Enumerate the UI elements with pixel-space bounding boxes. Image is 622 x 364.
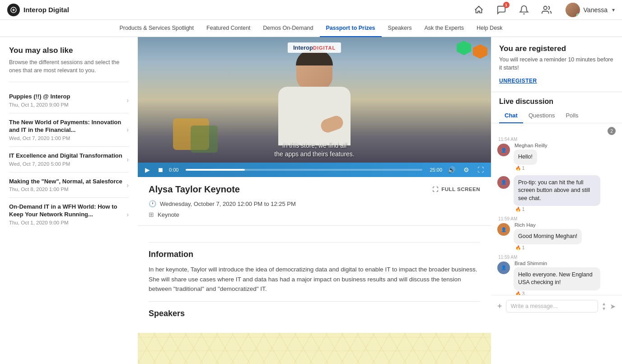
chat-button[interactable]: 1: [494, 3, 509, 17]
chat-bubble-3: Good Morning Meghan!: [514, 229, 582, 244]
main-layout: You may also like Browse the different s…: [0, 37, 622, 364]
session-name-5: On-Demand IT in a WFH World: How to Keep…: [9, 203, 123, 219]
tab-chat[interactable]: Chat: [499, 109, 523, 123]
right-panel: You are registered You will receive a re…: [491, 37, 622, 364]
chat-input[interactable]: [506, 300, 599, 313]
speakers-section-title: Speakers: [149, 309, 480, 318]
stepper-up-button[interactable]: ▲: [602, 302, 606, 306]
chat-author-1: Meghan Reilly: [514, 143, 616, 148]
notifications-button[interactable]: [517, 3, 531, 17]
chat-content-3: Rich Hay Good Morning Meghan! 🔥 1: [514, 222, 616, 250]
tab-questions[interactable]: Questions: [523, 109, 561, 123]
left-sidebar: You may also like Browse the different s…: [0, 37, 138, 364]
fullscreen-video-button[interactable]: ⛶: [476, 166, 486, 173]
add-attachment-button[interactable]: +: [497, 302, 502, 311]
chevron-right-icon-1: ›: [126, 97, 129, 104]
play-pause-button[interactable]: ▶: [143, 166, 152, 173]
session-datetime: Wednesday, October 7, 2020 12:00 PM to 1…: [160, 201, 296, 207]
subnav-item-experts[interactable]: Ask the Experts: [418, 20, 470, 37]
chat-time-4: 11:59 AM: [497, 255, 616, 260]
subnav-item-demos[interactable]: Demos On-Demand: [257, 20, 319, 37]
settings-button[interactable]: ⚙: [462, 166, 471, 173]
registration-description: You will receive a reminder 10 minutes b…: [499, 56, 614, 72]
chat-author-4: Brad Shimmin: [514, 261, 616, 266]
subnav-item-featured[interactable]: Featured Content: [200, 20, 257, 37]
chat-stepper[interactable]: ▲ ▼: [602, 302, 606, 311]
session-item-4[interactable]: Making the "New", Normal, at Salesforce …: [9, 173, 129, 198]
live-discussion-title: Live discussion: [491, 92, 622, 106]
volume-button[interactable]: 🔊: [446, 166, 457, 173]
chat-message-1: 11:54 AM 👤 Meghan Reilly Hello! 🔥 1: [497, 137, 616, 171]
chat-reaction-1: 🔥 1: [514, 166, 616, 171]
session-type-row: ⊞ Keynote: [149, 211, 480, 218]
sidebar-title: You may also like: [9, 46, 129, 55]
progress-fill: [186, 169, 245, 171]
video-player[interactable]: InteropDIGITAL In this store, we find al…: [138, 37, 491, 177]
tab-polls[interactable]: Polls: [560, 109, 584, 123]
chat-avatar-rich: 👤: [497, 223, 510, 236]
progress-bar[interactable]: [186, 169, 422, 171]
session-name-2: The New World of Payments: Innovation an…: [9, 119, 123, 134]
subnav-item-helpdesk[interactable]: Help Desk: [470, 20, 509, 37]
home-button[interactable]: [472, 3, 486, 17]
chat-messages[interactable]: 2 11:54 AM 👤 Meghan Reilly Hello! 🔥 1: [491, 123, 622, 295]
chat-bubble-4: Hello everyone. New England USA checking…: [514, 267, 600, 290]
scroll-badge-row: 2: [497, 127, 616, 135]
video-caption: In this store, we find all the apps and …: [274, 141, 354, 159]
chat-reaction-3: 🔥 1: [514, 245, 616, 250]
chat-badge: 1: [503, 2, 510, 8]
fullscreen-label: FULL SCREEN: [441, 187, 480, 192]
chevron-right-icon-3: ›: [126, 156, 129, 163]
session-item-3[interactable]: IT Excellence and Digital Transformation…: [9, 147, 129, 173]
user-menu[interactable]: Vanessa ▾: [566, 3, 615, 17]
grid-icon: ⊞: [149, 211, 154, 218]
online-indicator: [576, 14, 580, 17]
chat-message-3: 11:59 AM 👤 Rich Hay Good Morning Meghan!…: [497, 216, 616, 250]
logo-icon: [7, 4, 20, 16]
chat-time-3: 11:59 AM: [497, 216, 616, 221]
stepper-down-button[interactable]: ▼: [602, 307, 606, 311]
chevron-right-icon-2: ›: [126, 126, 129, 133]
session-panel-title: Alysa Taylor Keynote: [149, 184, 240, 195]
fullscreen-button[interactable]: FULL SCREEN: [432, 186, 480, 192]
chevron-right-icon-5: ›: [126, 211, 129, 218]
current-time: 0:00: [169, 167, 178, 173]
session-date-5: Thu, Oct 1, 2020 9:00 PM: [9, 220, 123, 225]
scroll-badge: 2: [608, 127, 616, 135]
chat-content-1: Meghan Reilly Hello! 🔥 1: [514, 143, 616, 171]
send-button[interactable]: ➤: [610, 302, 616, 311]
chat-reaction-2: 🔥 1: [514, 207, 616, 212]
session-item-1[interactable]: Puppies (!!) @ Interop Thu, Oct 1, 2020 …: [9, 88, 129, 113]
info-section-text: In her keynote, Taylor will introduce th…: [149, 265, 480, 294]
chat-content-2: Pro-tip: you can hit the full screen but…: [514, 175, 616, 212]
chat-avatar-meghan-2: 👤: [497, 176, 510, 189]
session-meta: 🕐 Wednesday, October 7, 2020 12:00 PM to…: [149, 200, 480, 218]
logo[interactable]: Interop Digital: [7, 4, 69, 16]
total-time: 25:00: [430, 167, 442, 173]
session-item-5[interactable]: On-Demand IT in a WFH World: How to Keep…: [9, 198, 129, 231]
chat-bubble-1: Hello!: [514, 149, 537, 165]
user-name: Vanessa: [584, 6, 608, 14]
chat-with-avatar-1: 👤 Meghan Reilly Hello! 🔥 1: [497, 143, 616, 171]
subnav-item-speakers[interactable]: Speakers: [382, 20, 418, 37]
chat-avatar-brad: 👤: [497, 261, 510, 274]
deco-shapes: [457, 41, 487, 59]
chat-bubble-2: Pro-tip: you can hit the full screen but…: [514, 175, 600, 206]
session-date-4: Thu, Oct 8, 2020 1:00 PM: [9, 187, 123, 192]
chat-input-area: + ▲ ▼ ➤: [491, 295, 622, 317]
subnav-item-passport[interactable]: Passport to Prizes: [320, 20, 382, 37]
chat-message-2: 👤 Pro-tip: you can hit the full screen b…: [497, 175, 616, 212]
chat-author-3: Rich Hay: [514, 222, 616, 228]
session-item-2[interactable]: The New World of Payments: Innovation an…: [9, 113, 129, 147]
center-content: InteropDIGITAL In this store, we find al…: [138, 37, 491, 364]
stop-button[interactable]: ⏹: [155, 166, 165, 173]
sidebar-description: Browse the different sessions and select…: [9, 59, 129, 75]
live-discussion: Live discussion Chat Questions Polls 2 1…: [491, 92, 622, 364]
unregister-button[interactable]: UNREGISTER: [499, 78, 537, 84]
discussion-tabs: Chat Questions Polls: [491, 109, 622, 123]
caption-line1: In this store, we find all: [282, 142, 346, 149]
chat-avatar-meghan: 👤: [497, 144, 510, 156]
people-button[interactable]: [539, 3, 554, 17]
clock-icon: 🕐: [149, 200, 156, 207]
subnav-item-products[interactable]: Products & Services Spotlight: [113, 20, 200, 37]
